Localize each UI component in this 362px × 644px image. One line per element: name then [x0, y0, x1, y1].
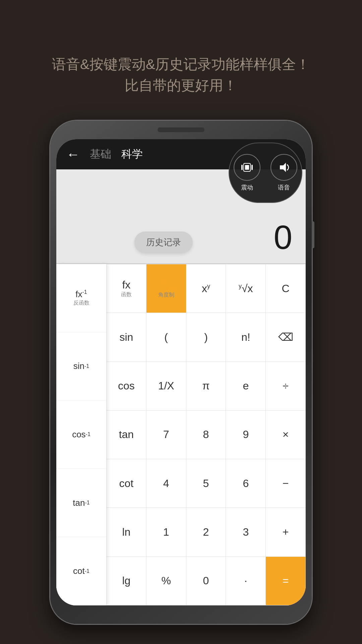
- key-cot[interactable]: cot: [107, 459, 146, 508]
- key-_[interactable]: (: [146, 313, 186, 362]
- key-_[interactable]: ×: [266, 411, 306, 459]
- key-cos[interactable]: cos: [107, 362, 146, 411]
- phone-mockup: ← 基础 科学: [50, 121, 312, 624]
- side-panel-tan-inv[interactable]: tan-1: [56, 469, 106, 537]
- phone-screen: ← 基础 科学: [56, 139, 306, 605]
- tab-science[interactable]: 科学: [121, 147, 143, 162]
- key-__[interactable]: °/rad角度制: [146, 264, 186, 313]
- tab-basic[interactable]: 基础: [90, 147, 111, 162]
- key-e[interactable]: e: [226, 362, 266, 411]
- vibration-icon-circle: [234, 154, 260, 181]
- sound-label: 语音: [278, 183, 290, 192]
- side-panel-cot-inv[interactable]: cot-1: [56, 537, 106, 605]
- side-panel: fx-1 反函数 sin-1 cos-1 tan-1 cot-1: [56, 264, 107, 605]
- key-1[interactable]: 1: [146, 508, 186, 556]
- svg-marker-4: [280, 163, 286, 172]
- key-tan[interactable]: tan: [107, 411, 146, 459]
- key-_[interactable]: +: [266, 508, 306, 556]
- key-_[interactable]: ÷: [266, 362, 306, 411]
- key-_[interactable]: ·: [226, 557, 266, 605]
- top-bar: ← 基础 科学: [56, 139, 306, 169]
- key-x_[interactable]: xy: [186, 264, 226, 313]
- key-6[interactable]: 6: [226, 459, 266, 508]
- history-button[interactable]: 历史记录: [134, 231, 193, 253]
- key-_[interactable]: ): [186, 313, 226, 362]
- sound-button[interactable]: 语音: [270, 154, 297, 192]
- key-sin[interactable]: sin: [107, 313, 146, 362]
- phone-speaker: [158, 127, 204, 132]
- key-_[interactable]: =: [266, 557, 306, 605]
- key-C[interactable]: C: [266, 264, 306, 313]
- key-fx[interactable]: fx函数: [107, 264, 146, 313]
- key-3[interactable]: 3: [226, 508, 266, 556]
- key-__x[interactable]: y√x: [226, 264, 266, 313]
- promo-line1: 语音&按键震动&历史记录功能样样俱全！: [0, 54, 362, 75]
- svg-rect-3: [251, 165, 253, 170]
- key-2[interactable]: 2: [186, 508, 226, 556]
- key-n_[interactable]: n!: [226, 313, 266, 362]
- svg-rect-1: [245, 165, 249, 170]
- key-5[interactable]: 5: [186, 459, 226, 508]
- keypad: fx函数°/rad角度制xyy√xCsin()n!⌫cos1/Xπe÷tan78…: [107, 264, 306, 605]
- key-8[interactable]: 8: [186, 411, 226, 459]
- side-panel-fx-inv[interactable]: fx-1 反函数: [56, 264, 106, 332]
- sound-icon-circle: [270, 154, 297, 181]
- key-1_X[interactable]: 1/X: [146, 362, 186, 411]
- vibration-label: 震动: [241, 183, 253, 192]
- svg-rect-2: [241, 165, 243, 170]
- floating-icons-panel: 震动 语音: [229, 143, 302, 203]
- promo-section: 语音&按键震动&历史记录功能样样俱全！ 比自带的更好用！: [0, 0, 362, 116]
- phone-side-button: [312, 221, 314, 248]
- key-_[interactable]: %: [146, 557, 186, 605]
- side-panel-cos-inv[interactable]: cos-1: [56, 400, 106, 469]
- display-value: 0: [274, 218, 292, 257]
- key-_[interactable]: π: [186, 362, 226, 411]
- app-content: ← 基础 科学: [56, 139, 306, 605]
- promo-line2: 比自带的更好用！: [0, 75, 362, 96]
- keyboard-area: fx-1 反函数 sin-1 cos-1 tan-1 cot-1 fx函数°/r…: [56, 264, 306, 605]
- key-_[interactable]: ⌫: [266, 313, 306, 362]
- key-ln[interactable]: ln: [107, 508, 146, 556]
- vibration-button[interactable]: 震动: [234, 154, 260, 192]
- key-_[interactable]: −: [266, 459, 306, 508]
- key-9[interactable]: 9: [226, 411, 266, 459]
- side-panel-sin-inv[interactable]: sin-1: [56, 332, 106, 401]
- back-button[interactable]: ←: [66, 147, 80, 162]
- key-4[interactable]: 4: [146, 459, 186, 508]
- key-7[interactable]: 7: [146, 411, 186, 459]
- key-lg[interactable]: lg: [107, 557, 146, 605]
- key-0[interactable]: 0: [186, 557, 226, 605]
